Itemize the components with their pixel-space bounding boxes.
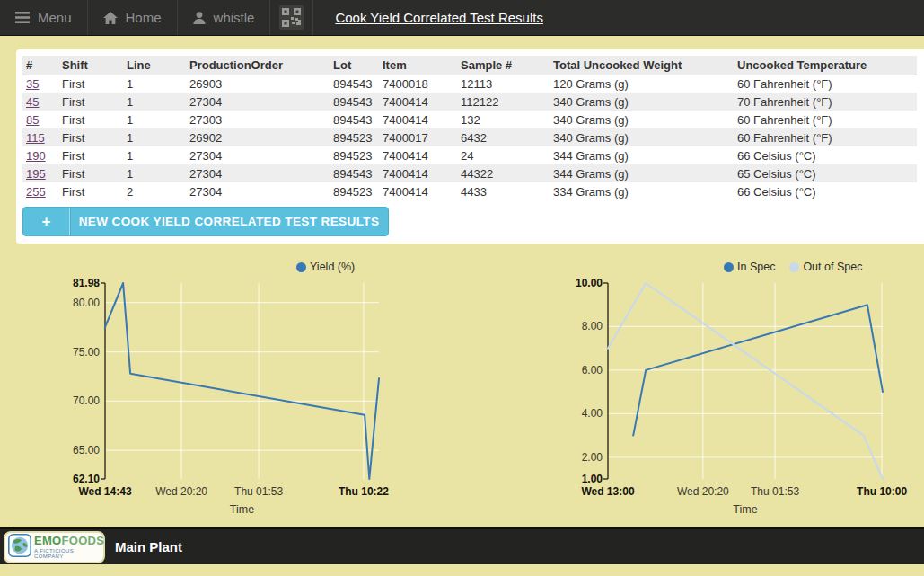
table-cell: 27304 xyxy=(186,182,330,200)
table-cell: 7400017 xyxy=(379,128,457,146)
table-cell: 70 Fahrenheit (°F) xyxy=(734,93,917,111)
column-header: Lot xyxy=(330,56,379,75)
table-cell: 60 Fahrenheit (°F) xyxy=(734,128,917,146)
menu-button[interactable]: Menu xyxy=(0,0,88,35)
table-cell: 60 Fahrenheit (°F) xyxy=(734,111,917,128)
results-table: #ShiftLineProductionOrderLotItemSample #… xyxy=(22,56,917,200)
table-cell: 24 xyxy=(457,146,550,164)
logo-text: EMOFOODS A FICTICIOUS COMPANY xyxy=(34,535,104,559)
chart-plot xyxy=(603,280,886,484)
table-cell: 4433 xyxy=(457,182,550,200)
table-cell: 894543 xyxy=(330,75,379,93)
row-id-link[interactable]: 255 xyxy=(26,185,46,199)
row-id-link[interactable]: 195 xyxy=(26,167,46,181)
row-id-link[interactable]: 115 xyxy=(26,131,45,145)
top-navbar: Menu Home whistle Cook Yield Correlated … xyxy=(0,0,924,36)
row-id-link[interactable]: 45 xyxy=(26,95,39,109)
x-axis-tick-label: Thu 10:00 xyxy=(840,484,923,499)
table-cell: 7400414 xyxy=(379,111,457,128)
table-cell: 7400414 xyxy=(379,164,457,182)
x-axis-tick-label: Thu 01:53 xyxy=(217,484,300,499)
y-axis-tick-label: 8.00 xyxy=(552,319,603,333)
row-id-link[interactable]: 85 xyxy=(26,113,39,127)
hamburger-icon xyxy=(15,12,30,23)
table-cell: 6432 xyxy=(457,128,550,146)
page-title[interactable]: Cook Yield Correlated Test Results xyxy=(335,0,543,35)
legend-dot-icon xyxy=(724,262,734,272)
table-cell: 1 xyxy=(123,146,186,164)
legend-label: Yield (%) xyxy=(310,261,355,273)
table-cell: 255 xyxy=(22,182,58,200)
table-row: 85First1273038945437400414132340 Grams (… xyxy=(22,111,917,128)
table-cell: First xyxy=(58,93,123,111)
new-cook-yield-button[interactable]: + NEW COOK YIELD CORRELATED TEST RESULTS xyxy=(22,207,389,236)
table-cell: 7400414 xyxy=(379,146,457,164)
table-cell: First xyxy=(58,111,123,128)
column-header: Sample # xyxy=(457,56,550,75)
legend-label: Out of Spec xyxy=(803,261,862,273)
x-axis-tick-label: Wed 14:43 xyxy=(64,484,146,499)
row-id-link[interactable]: 190 xyxy=(26,149,46,163)
y-axis-tick-label: 10.00 xyxy=(552,276,603,290)
column-header: Line xyxy=(123,56,186,75)
table-cell: 66 Celsius (°C) xyxy=(734,182,917,200)
table-cell: 66 Celsius (°C) xyxy=(734,146,917,164)
x-axis-tick-label: Thu 01:53 xyxy=(734,484,816,499)
logo-part1: EMO xyxy=(34,534,62,547)
chart-legend: Yield (%) xyxy=(296,261,355,273)
user-menu-button[interactable]: whistle xyxy=(178,0,271,35)
table-cell: 132 xyxy=(457,111,550,128)
table-cell: 1 xyxy=(123,128,186,146)
column-header: ProductionOrder xyxy=(186,56,330,75)
legend-dot-icon xyxy=(296,262,306,272)
x-axis-title: Time xyxy=(211,502,274,517)
x-axis-title: Time xyxy=(714,502,777,517)
table-cell: 7400414 xyxy=(379,182,457,200)
table-cell: 1 xyxy=(123,75,186,93)
table-cell: 344 Grams (g) xyxy=(550,164,734,182)
y-axis-tick-label: 65.00 xyxy=(49,443,100,457)
table-cell: 12113 xyxy=(457,75,550,93)
table-cell: 115 xyxy=(22,128,58,146)
table-cell: 65 Celsius (°C) xyxy=(734,164,917,182)
table-cell: 894543 xyxy=(330,93,379,111)
table-cell: 1 xyxy=(123,111,186,128)
table-cell: 1 xyxy=(123,93,186,111)
table-cell: 190 xyxy=(22,146,58,164)
menu-label: Menu xyxy=(38,10,72,25)
table-cell: 120 Grams (g) xyxy=(550,75,734,93)
home-button[interactable]: Home xyxy=(88,0,178,35)
table-cell: First xyxy=(58,182,123,200)
user-icon xyxy=(193,12,206,24)
username-label: whistle xyxy=(214,10,255,25)
table-cell: 35 xyxy=(22,75,58,93)
table-cell: 1 xyxy=(123,164,186,182)
table-cell: First xyxy=(58,146,123,164)
legend-item: Yield (%) xyxy=(296,261,355,273)
row-id-link[interactable]: 35 xyxy=(26,77,39,91)
home-icon xyxy=(103,12,118,24)
table-header-row: #ShiftLineProductionOrderLotItemSample #… xyxy=(22,56,917,75)
column-header: # xyxy=(22,56,58,75)
logo-part2: FOODS xyxy=(62,534,105,547)
x-axis-tick-label: Wed 13:00 xyxy=(567,484,649,499)
table-cell: 340 Grams (g) xyxy=(550,93,734,111)
table-cell: 2 xyxy=(123,182,186,200)
y-axis-tick-label: 81.98 xyxy=(49,276,100,290)
new-button-label: NEW COOK YIELD CORRELATED TEST RESULTS xyxy=(70,215,388,228)
column-header: Shift xyxy=(58,56,123,75)
table-cell: 894523 xyxy=(330,128,379,146)
company-logo[interactable]: EMOFOODS A FICTICIOUS COMPANY xyxy=(4,531,105,563)
table-row: 255First22730489452374004144433334 Grams… xyxy=(22,182,917,200)
y-axis-tick-label: 6.00 xyxy=(552,363,603,377)
qr-scan-button[interactable] xyxy=(270,0,313,35)
table-row: 195First127304894543740041444322344 Gram… xyxy=(22,164,917,182)
y-axis-tick-label: 4.00 xyxy=(552,406,603,421)
table-cell: 334 Grams (g) xyxy=(550,182,734,200)
table-cell: 26903 xyxy=(186,75,330,93)
table-cell: 340 Grams (g) xyxy=(550,128,734,146)
table-cell: First xyxy=(58,75,123,93)
table-cell: 26902 xyxy=(186,128,330,146)
table-cell: 27303 xyxy=(186,111,330,128)
table-cell: 27304 xyxy=(186,146,330,164)
